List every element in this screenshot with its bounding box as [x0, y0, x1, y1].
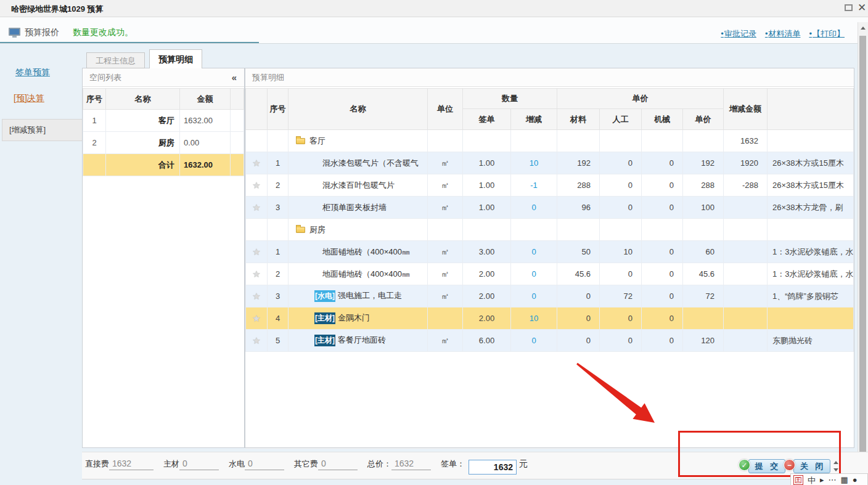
- detail-machine: 0: [642, 152, 683, 174]
- annotation-arrow: [555, 351, 666, 431]
- detail-no: 3: [268, 197, 289, 219]
- favorite-star-icon[interactable]: ★: [252, 313, 260, 324]
- group-no-blank: [268, 219, 289, 241]
- sidebar: 签单预算[预]决算[增减预算]: [0, 44, 82, 485]
- space-total-blank: [83, 154, 106, 176]
- space-row[interactable]: 1客厅1632.00: [83, 110, 244, 132]
- favorite-star-icon[interactable]: ★: [252, 269, 260, 279]
- group-name: 厨房: [309, 225, 326, 234]
- space-row-name: 客厅: [106, 110, 180, 132]
- ime-toolbar[interactable]: 囯中▸⋯▦●: [790, 473, 868, 485]
- favorite-star-icon[interactable]: ★: [252, 202, 260, 213]
- detail-name-cell: [主材]客餐厅地面砖: [289, 330, 428, 352]
- space-row[interactable]: 2厨房0.00: [83, 132, 244, 154]
- ime-dots-icon[interactable]: ⋯: [829, 475, 837, 484]
- detail-labor: 0: [600, 174, 642, 197]
- space-row-name: 厨房: [106, 132, 180, 154]
- detail-row[interactable]: ★3[水电]强电施工，电工走㎡2.0000720721、“鸽牌”多股铜芯: [246, 285, 854, 308]
- detail-labor: 0: [600, 308, 642, 330]
- detail-row[interactable]: ★1混水漆包暖气片（不含暖气㎡1.001019200192192026×38木方…: [246, 152, 854, 174]
- ime-lang-icon[interactable]: 囯: [793, 475, 803, 485]
- ime-chinese-icon[interactable]: 中: [808, 476, 816, 485]
- favorite-star-icon[interactable]: ★: [252, 335, 260, 346]
- group-blank-cell: [600, 219, 642, 241]
- ime-pointer-icon[interactable]: ▸: [820, 475, 824, 484]
- group-blank-cell: [642, 219, 683, 241]
- col-no: 序号: [268, 89, 289, 130]
- detail-change-amount: [724, 308, 768, 330]
- detail-star-cell: ★: [246, 285, 268, 308]
- detail-no: 1: [268, 241, 289, 263]
- ime-keyboard-icon[interactable]: ▦: [841, 475, 848, 484]
- group-blank-cell: [463, 130, 511, 152]
- maximize-icon[interactable]: [845, 4, 853, 11]
- toolbar-link-【打印】[interactable]: •【打印】: [809, 29, 845, 38]
- detail-row[interactable]: ★2混水漆百叶包暖气片㎡1.00-128800288-28826×38木方或15…: [246, 174, 854, 197]
- detail-material: 0: [557, 330, 600, 352]
- space-list-panel: 空间列表 « 序号 名称 金额 1客厅1632.002厨房0.00合计1632.…: [82, 68, 245, 448]
- detail-qty-change: 0: [511, 285, 557, 308]
- detail-name-cell: 混水漆百叶包暖气片: [289, 174, 428, 197]
- detail-remark: 26×38木方或15厘木: [768, 174, 854, 197]
- category-badge: [主材]: [314, 335, 335, 346]
- group-row[interactable]: 厨房: [246, 219, 854, 241]
- sidebar-item-[预]决算[interactable]: [预]决算: [14, 93, 82, 104]
- submit-button[interactable]: 提 交: [748, 459, 785, 473]
- favorite-star-icon[interactable]: ★: [252, 158, 260, 168]
- detail-item-name: 混水漆包暖气片（不含暖气: [322, 158, 419, 168]
- footer-field-value: 0: [179, 459, 219, 470]
- detail-row[interactable]: ★4[主材]金隅木门2.0010000: [246, 308, 854, 330]
- collapse-panel-icon[interactable]: «: [232, 68, 237, 87]
- col-change-amount: 增减金额: [724, 89, 768, 130]
- tab-strip: 工程主信息预算明细: [82, 49, 202, 68]
- detail-labor: 72: [600, 285, 642, 308]
- detail-unit: ㎡: [428, 174, 463, 197]
- detail-qty-change: -1: [511, 174, 557, 197]
- group-no-blank: [268, 130, 289, 152]
- detail-no: 2: [268, 174, 289, 197]
- group-blank-cell: [428, 130, 463, 152]
- tab-工程主信息[interactable]: 工程主信息: [86, 52, 145, 68]
- vertical-scrollbar-thumb[interactable]: [859, 36, 866, 483]
- detail-change-amount: [724, 285, 768, 308]
- detail-unit-price: 100: [683, 197, 724, 219]
- sign-amount-input[interactable]: [469, 460, 517, 475]
- detail-qty-sign: 1.00: [463, 174, 511, 197]
- sidebar-item-签单预算[interactable]: 签单预算: [15, 67, 82, 78]
- group-blank-cell: [428, 219, 463, 241]
- detail-unit: ㎡: [428, 285, 463, 308]
- detail-remark: 1：3水泥砂浆铺底，水: [768, 241, 854, 263]
- detail-qty-sign: 2.00: [463, 285, 511, 308]
- favorite-star-icon[interactable]: ★: [252, 291, 260, 301]
- window-titlebar: 哈密绿地世界城1029 预算 ✕: [0, 0, 868, 17]
- footer-fields: 直接费1632主材0水电0其它费0总价：1632签单：元: [85, 458, 528, 475]
- group-row[interactable]: 客厅1632: [246, 130, 854, 152]
- detail-unit-price: 72: [683, 285, 724, 308]
- detail-item-name: 强电施工，电工走: [338, 291, 402, 300]
- toolbar-link-label: 【打印】: [813, 29, 845, 38]
- favorite-star-icon[interactable]: ★: [252, 247, 260, 257]
- close-icon[interactable]: ✕: [858, 1, 866, 14]
- detail-row[interactable]: ★2地面铺地砖（400×400㎜㎡2.00045.60045.61：3水泥砂浆铺…: [246, 263, 854, 285]
- detail-row[interactable]: ★1地面铺地砖（400×400㎜㎡3.00050100601：3水泥砂浆铺底，水: [246, 241, 854, 263]
- detail-unit: ㎡: [428, 263, 463, 285]
- detail-unit-price: 192: [683, 152, 724, 174]
- col-space-no: 序号: [83, 89, 106, 110]
- scroll-up-icon[interactable]: [861, 26, 866, 30]
- close-button[interactable]: 关 闭: [793, 459, 830, 473]
- budget-quote-icon: [9, 28, 20, 36]
- detail-row[interactable]: ★5[主材]客餐厅地面砖㎡6.000000120东鹏抛光砖: [246, 330, 854, 352]
- toolbar-link-材料清单[interactable]: •材料清单: [765, 29, 801, 38]
- footer-field-value: 0: [318, 459, 358, 470]
- sidebar-item-[增减预算][interactable]: [增减预算]: [2, 119, 86, 141]
- detail-row[interactable]: ★3柜顶单面夹板封墙㎡1.000960010026×38木方龙骨，刷: [246, 197, 854, 219]
- group-change-amount: [724, 219, 768, 241]
- favorite-star-icon[interactable]: ★: [252, 180, 260, 190]
- bullet-icon: •: [721, 29, 724, 38]
- tab-预算明细[interactable]: 预算明细: [149, 49, 202, 68]
- app-label: 预算报价: [25, 27, 59, 38]
- ime-dot-icon[interactable]: ●: [853, 475, 858, 484]
- space-total-extra: [231, 154, 244, 176]
- detail-machine: 0: [642, 241, 683, 263]
- toolbar-link-审批记录[interactable]: •审批记录: [721, 29, 756, 38]
